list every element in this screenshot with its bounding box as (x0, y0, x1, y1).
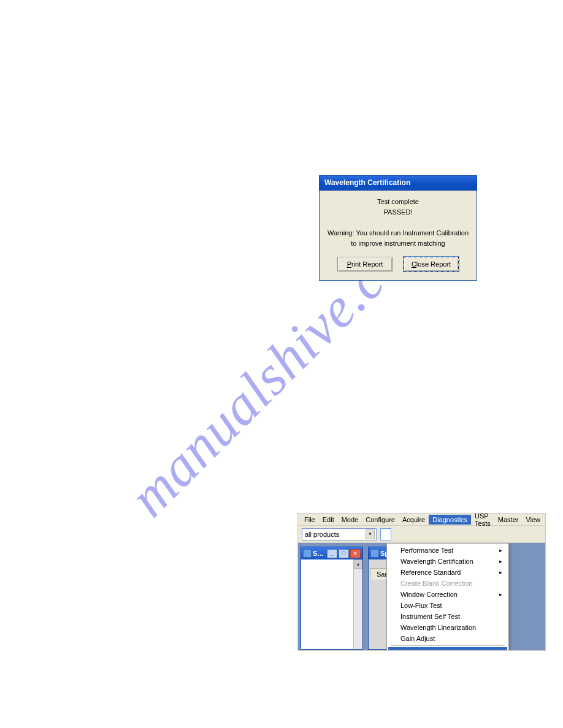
dialog-warning-line2: to improve instrument matching (327, 238, 469, 249)
close-button[interactable]: × (350, 549, 361, 558)
menu-item-window-correction[interactable]: Window Correction▸ (388, 589, 507, 600)
submenu-arrow-icon: ▸ (499, 569, 502, 575)
dialog-body: Test complete PASSED! Warning: You shoul… (320, 191, 477, 257)
menu-item-reference-standard[interactable]: Reference Standard▸ (388, 567, 507, 578)
window-icon (370, 549, 379, 558)
window-icon (303, 549, 312, 558)
dialog-line-test-complete: Test complete (327, 197, 469, 207)
menu-item-gain-adjust[interactable]: Gain Adjust (388, 633, 507, 644)
dialog-titlebar: Wavelength Certification (320, 176, 477, 191)
menu-item-wavelength-certification[interactable]: Wavelength Certification▸ (388, 556, 507, 567)
new-document-icon[interactable] (380, 528, 391, 540)
menubar: File Edit Mode Configure Acquire Diagnos… (298, 514, 545, 526)
product-filter-dropdown[interactable]: all products ▼ (302, 528, 377, 540)
scroll-up-icon: ▲ (354, 559, 362, 569)
menu-separator (391, 645, 505, 646)
menu-item-low-flux-test[interactable]: Low-Flux Test (388, 600, 507, 611)
print-report-button[interactable]: Print Report (337, 257, 393, 271)
menu-configure[interactable]: Configure (362, 515, 399, 525)
menu-view[interactable]: View (522, 515, 544, 525)
diagnostics-menu: Performance Test▸ Wavelength Certificati… (386, 543, 509, 651)
menu-acquire[interactable]: Acquire (399, 515, 429, 525)
menu-usp-tests[interactable]: USP Tests (471, 513, 494, 528)
chevron-down-icon: ▼ (366, 529, 375, 539)
submenu-arrow-icon: ▸ (499, 547, 502, 553)
application-window: File Edit Mode Configure Acquire Diagnos… (297, 513, 546, 651)
minimize-button[interactable]: _ (327, 549, 337, 558)
window-title-left: Sa... (313, 550, 326, 557)
close-report-button[interactable]: Close Report (404, 257, 459, 271)
menu-edit[interactable]: Edit (319, 515, 338, 525)
dialog-button-row: Print Report Close Report (320, 257, 477, 280)
menu-item-performance-test[interactable]: Performance Test▸ (388, 545, 507, 556)
mdi-workspace: Sa... _ □ × ▲ Spectr Sample Performa (298, 543, 545, 651)
menu-item-photometric-test[interactable]: Photometric Test (388, 647, 507, 651)
maximize-button[interactable]: □ (339, 549, 349, 558)
dialog-line-passed: PASSED! (327, 207, 469, 218)
menu-diagnostics[interactable]: Diagnostics (429, 515, 471, 525)
menu-master[interactable]: Master (494, 515, 523, 525)
toolbar: all products ▼ (298, 526, 545, 543)
product-filter-value: all products (305, 531, 339, 538)
submenu-arrow-icon: ▸ (499, 591, 502, 597)
menu-item-wavelength-linearization[interactable]: Wavelength Linearization (388, 622, 507, 633)
menu-file[interactable]: File (301, 515, 319, 525)
menu-mode[interactable]: Mode (338, 515, 362, 525)
scrollbar[interactable]: ▲ (353, 559, 362, 649)
dialog-warning-line1: Warning: You should run Instrument Calib… (327, 228, 469, 238)
menu-item-create-blank-correction: Create Blank Correction (388, 578, 507, 589)
menu-item-instrument-self-test[interactable]: Instrument Self Test (388, 611, 507, 622)
wavelength-certification-dialog: Wavelength Certification Test complete P… (319, 175, 477, 281)
sample-list-window: Sa... _ □ × ▲ (301, 547, 363, 650)
submenu-arrow-icon: ▸ (499, 558, 502, 564)
